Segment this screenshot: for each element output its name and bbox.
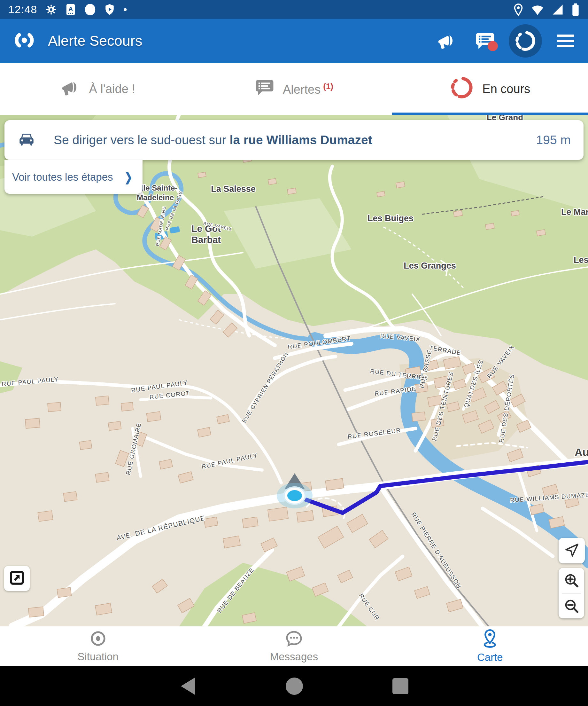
car-icon bbox=[17, 130, 36, 150]
all-steps-button[interactable]: Voir toutes les étapes ❯ bbox=[4, 160, 142, 194]
map-label: Les Buiges bbox=[368, 213, 414, 223]
nav-label: Situation bbox=[77, 651, 118, 663]
building-footprint bbox=[454, 210, 462, 217]
recents-icon[interactable] bbox=[392, 678, 408, 694]
gear-icon bbox=[45, 4, 57, 15]
tab-label: Alertes(1) bbox=[283, 82, 333, 96]
location-icon bbox=[513, 3, 523, 16]
building-footprint bbox=[38, 511, 53, 521]
tab-bar: À l'aide ! Alertes(1) En cours bbox=[0, 63, 588, 115]
alert-count-badge: (1) bbox=[323, 82, 333, 91]
active-tab-indicator bbox=[392, 113, 588, 115]
app-title: Alerte Secours bbox=[48, 33, 142, 49]
chevron-right-icon: ❯ bbox=[124, 170, 132, 184]
street-name: la rue Williams Dumazet bbox=[230, 133, 372, 147]
building-footprint bbox=[57, 587, 71, 598]
zoom-in-button[interactable] bbox=[558, 568, 584, 593]
building-footprint bbox=[412, 412, 425, 422]
building-footprint bbox=[325, 478, 344, 490]
app-screen: 12:48 A bbox=[0, 0, 588, 706]
nav-label: Carte bbox=[477, 651, 503, 664]
nav-item-situation[interactable]: Situation bbox=[0, 626, 196, 666]
building-footprint bbox=[48, 402, 61, 411]
dot-icon bbox=[123, 8, 127, 11]
map-label: Au bbox=[575, 446, 588, 458]
android-navigation-bar bbox=[0, 666, 588, 706]
battery-icon bbox=[572, 3, 580, 16]
circle-icon bbox=[84, 3, 96, 16]
map-label: Madeleine bbox=[137, 193, 174, 202]
building-footprint bbox=[95, 396, 109, 405]
map-label: Les bbox=[574, 255, 588, 265]
unread-badge bbox=[488, 41, 498, 51]
building-footprint bbox=[121, 402, 133, 411]
building-footprint bbox=[25, 418, 40, 428]
building-footprint bbox=[146, 411, 161, 422]
all-steps-label: Voir toutes les étapes bbox=[12, 171, 113, 183]
app-bar-actions bbox=[432, 24, 580, 57]
menu-button[interactable] bbox=[551, 26, 580, 55]
tab-en-cours[interactable]: En cours bbox=[392, 63, 588, 115]
navigate-icon bbox=[564, 542, 580, 559]
building-footprint bbox=[396, 182, 405, 188]
map-label: Le Marc bbox=[561, 207, 588, 217]
building-footprint bbox=[268, 179, 277, 185]
building-footprint bbox=[80, 441, 92, 450]
target-icon bbox=[89, 630, 107, 649]
building-footprint bbox=[297, 511, 314, 522]
chat-button[interactable] bbox=[470, 26, 500, 55]
back-icon[interactable] bbox=[181, 677, 195, 695]
bottom-navigation: Situation Messages Carte bbox=[0, 626, 588, 666]
building-footprint bbox=[108, 421, 121, 430]
recenter-button[interactable] bbox=[558, 538, 585, 563]
navigation-instruction-card[interactable]: Se diriger vers le sud-ouest sur la rue … bbox=[4, 120, 584, 160]
open-external-icon bbox=[9, 570, 25, 587]
spinner-icon bbox=[450, 75, 474, 103]
megaphone-icon bbox=[61, 78, 81, 101]
signal-icon bbox=[552, 3, 564, 16]
building-footprint bbox=[287, 188, 296, 194]
tab-a-laide[interactable]: À l'aide ! bbox=[0, 63, 196, 115]
chat-list-icon bbox=[255, 78, 275, 101]
map-label: La Salesse bbox=[211, 184, 256, 194]
app-bar: Alerte Secours bbox=[0, 19, 588, 63]
sim-a-icon: A bbox=[65, 3, 76, 16]
building-footprint bbox=[486, 223, 494, 230]
building-footprint bbox=[95, 472, 109, 482]
map-label: Barbat bbox=[192, 235, 221, 245]
distance-value: 195 m bbox=[536, 133, 571, 147]
status-right bbox=[513, 3, 580, 16]
home-icon[interactable] bbox=[286, 677, 303, 695]
map-label: Les Granges bbox=[404, 261, 456, 271]
svg-text:A: A bbox=[69, 5, 73, 12]
zoom-controls bbox=[558, 568, 584, 618]
app-logo-icon bbox=[13, 31, 36, 50]
instruction-text: Se diriger vers le sud-ouest sur la rue … bbox=[54, 133, 372, 147]
speech-bubble-icon bbox=[285, 630, 303, 649]
building-footprint bbox=[63, 492, 77, 501]
open-external-button[interactable] bbox=[4, 566, 30, 591]
status-left: 12:48 A bbox=[8, 3, 127, 16]
building-footprint bbox=[242, 517, 258, 528]
tab-label: En cours bbox=[482, 82, 530, 96]
tab-label: À l'aide ! bbox=[89, 82, 135, 96]
building-footprint bbox=[537, 230, 546, 236]
map-pin-icon bbox=[481, 629, 499, 650]
nav-item-messages[interactable]: Messages bbox=[196, 626, 392, 666]
wifi-icon bbox=[531, 3, 544, 16]
shield-icon bbox=[104, 3, 115, 16]
nav-item-carte[interactable]: Carte bbox=[392, 626, 588, 666]
building-footprint bbox=[29, 607, 44, 618]
megaphone-button[interactable] bbox=[432, 26, 461, 55]
zoom-out-button[interactable] bbox=[558, 593, 584, 619]
building-footprint bbox=[268, 507, 288, 521]
in-progress-button[interactable] bbox=[509, 24, 542, 57]
tab-alertes[interactable]: Alertes(1) bbox=[196, 63, 392, 115]
nav-label: Messages bbox=[270, 651, 318, 663]
status-bar: 12:48 A bbox=[0, 0, 588, 19]
clock: 12:48 bbox=[8, 3, 37, 16]
